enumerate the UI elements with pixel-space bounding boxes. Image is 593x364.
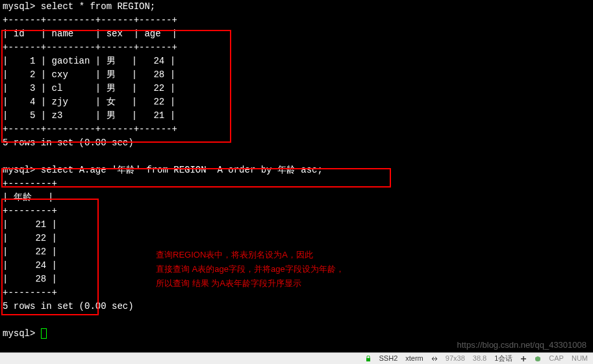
table1-divider-top: +------+---------+------+------+: [3, 14, 590, 27]
resize-icon: [431, 353, 438, 364]
cursor-icon: [41, 328, 47, 339]
annotation-line1: 查询REGION表中，将表别名设为A，因此: [156, 248, 344, 262]
status-size: 97x38: [446, 353, 465, 364]
blank-line: [3, 313, 590, 327]
status-caps: CAP: [549, 353, 564, 364]
status-conn: SSH2: [379, 353, 398, 364]
mysql-prompt: mysql>: [3, 1, 35, 12]
watermark-text: https://blog.csdn.net/qq_43301008: [457, 339, 587, 352]
annotation-line2: 直接查询 A表的age字段，并将age字段设为年龄，: [156, 262, 344, 276]
status-term: xterm: [405, 353, 423, 364]
prompt-line-1: mysql> select * from REGION;: [3, 0, 590, 14]
highlight-box-table2: [1, 199, 99, 315]
annotation-text: 查询REGION表中，将表别名设为A，因此 直接查询 A表的age字段，并将ag…: [156, 248, 344, 291]
status-session: 1会话: [494, 353, 512, 364]
status-pos: 38.8: [473, 353, 486, 364]
svg-rect-0: [366, 358, 370, 361]
shield-icon: [535, 353, 541, 364]
status-num: NUM: [572, 353, 588, 364]
blank-line: [3, 150, 590, 164]
highlight-box-table1: [1, 30, 231, 143]
query1-text: select * from REGION;: [41, 1, 155, 12]
annotation-line3: 所以查询 结果 为A表年龄字段升序显示: [156, 276, 344, 291]
status-bar: SSH2 xterm 97x38 38.8 1会话 CAP NUM: [0, 352, 593, 364]
lock-icon: [365, 353, 372, 364]
mysql-prompt: mysql>: [3, 328, 35, 339]
plus-icon[interactable]: [520, 353, 527, 364]
highlight-box-query2: [1, 168, 391, 188]
